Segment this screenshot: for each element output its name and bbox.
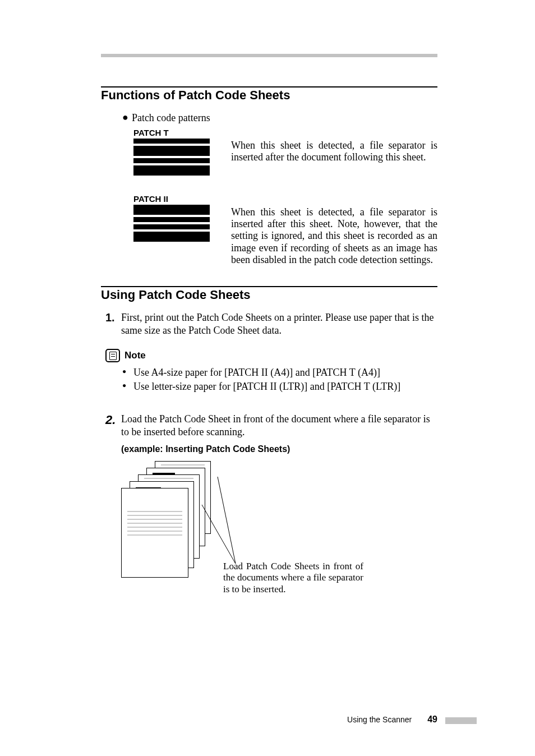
note-header: Note bbox=[105, 349, 437, 362]
bullet-patch-patterns: ●Patch code patterns bbox=[122, 112, 210, 124]
patch-ii-bar bbox=[133, 232, 210, 242]
step-2-text: Load the Patch Code Sheet in front of th… bbox=[121, 413, 437, 438]
patch-ii-bar bbox=[133, 217, 210, 222]
bullet-dot: ● bbox=[122, 112, 128, 123]
patch-ii-bar bbox=[133, 224, 210, 229]
patch-ii-label: PATCH II bbox=[133, 194, 168, 204]
patch-t-description: When this sheet is detected, a file sepa… bbox=[231, 140, 437, 163]
diagram-caption: Load Patch Code Sheets in front of the d… bbox=[223, 561, 363, 595]
patch-t-bar bbox=[133, 139, 210, 144]
page-number: 49 bbox=[427, 714, 437, 725]
step-1-text: First, print out the Patch Code Sheets o… bbox=[121, 311, 437, 336]
top-rule bbox=[101, 54, 437, 57]
bullet-text: Patch code patterns bbox=[132, 112, 210, 123]
patch-ii-description: When this sheet is detected, a file sepa… bbox=[231, 206, 437, 266]
patch-ii-bar bbox=[133, 205, 210, 215]
section-title-using: Using Patch Code Sheets bbox=[101, 286, 437, 302]
note-block: Note Use A4-size paper for [PATCH II (A4… bbox=[105, 349, 437, 394]
patch-t-bar bbox=[133, 158, 210, 163]
note-icon bbox=[105, 349, 120, 362]
step-1: 1. First, print out the Patch Code Sheet… bbox=[105, 311, 437, 336]
patch-sheets-diagram bbox=[121, 461, 228, 573]
patch-t-label: PATCH T bbox=[133, 128, 169, 137]
section-title-functions: Functions of Patch Code Sheets bbox=[101, 86, 437, 103]
step-1-number: 1. bbox=[105, 311, 115, 324]
patch-t-bar bbox=[133, 165, 210, 176]
footer-text: Using the Scanner bbox=[347, 715, 412, 724]
note-item-2: Use letter-size paper for [PATCH II (LTR… bbox=[122, 380, 437, 394]
footer: Using the Scanner 49 bbox=[101, 714, 437, 725]
patch-t-bar bbox=[133, 146, 210, 156]
step-2-number: 2. bbox=[105, 413, 116, 427]
example-title: (example: Inserting Patch Code Sheets) bbox=[121, 444, 290, 454]
footer-bar bbox=[445, 717, 477, 724]
note-item-1: Use A4-size paper for [PATCH II (A4)] an… bbox=[122, 366, 437, 380]
note-list: Use A4-size paper for [PATCH II (A4)] an… bbox=[122, 366, 437, 394]
step-2: 2. Load the Patch Code Sheet in front of… bbox=[105, 413, 437, 438]
note-word: Note bbox=[124, 350, 146, 361]
